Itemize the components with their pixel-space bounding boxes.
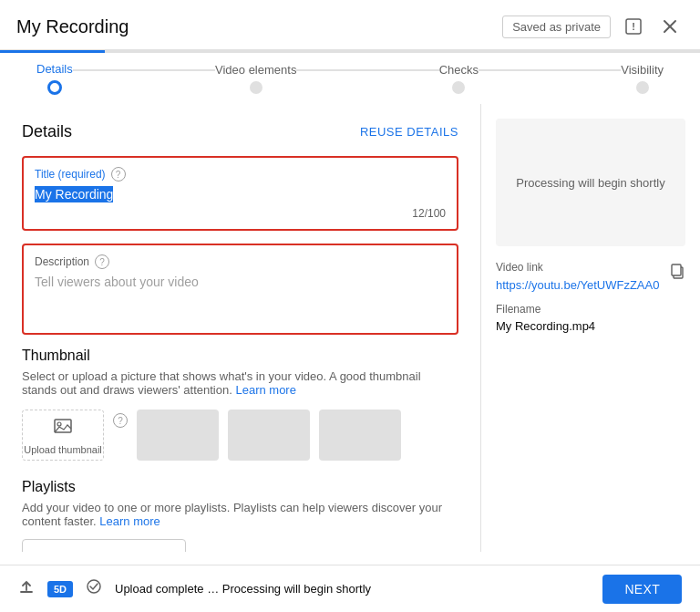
close-button[interactable]	[656, 13, 684, 40]
playlists-select-label: Select	[34, 550, 69, 552]
svg-rect-7	[672, 265, 681, 275]
playlists-title: Playlists	[22, 479, 458, 495]
title-field-label: Title (required) ?	[35, 167, 446, 182]
step-visibility[interactable]: Visibility	[621, 63, 664, 94]
footer: 5D Upload complete … Processing will beg…	[0, 565, 700, 612]
chevron-down-icon: ▾	[166, 547, 174, 552]
upload-icon	[53, 416, 73, 441]
header: My Recording Saved as private !	[0, 0, 700, 50]
playlists-desc: Add your video to one or more playlists.…	[22, 501, 458, 528]
description-field-label: Description ?	[35, 254, 446, 269]
upload-arrow-icon	[18, 578, 35, 599]
title-field-box: Title (required) ? My Recording 12/100	[22, 156, 458, 231]
step-connector-1	[73, 69, 215, 71]
step-video-elements[interactable]: Video elements	[215, 63, 296, 94]
filename-value: My Recording.mp4	[496, 319, 685, 333]
svg-point-9	[88, 580, 100, 593]
copy-icon[interactable]	[669, 263, 685, 283]
video-link-row: Video link https://youtu.be/YetUWFzZAA0	[496, 261, 685, 292]
alert-button[interactable]: !	[620, 13, 647, 40]
processing-preview: Processing will begin shortly	[496, 119, 685, 246]
video-link-label: Video link	[496, 261, 659, 274]
thumbnail-placeholder-1	[137, 410, 219, 461]
step-details-label: Details	[36, 62, 73, 76]
upload-thumbnail-button[interactable]: Upload thumbnail	[22, 410, 104, 461]
description-placeholder[interactable]: Tell viewers about your video	[35, 275, 446, 289]
step-connector-2	[296, 69, 438, 71]
title-char-count: 12/100	[35, 207, 446, 220]
step-checks[interactable]: Checks	[439, 63, 479, 94]
description-help-icon[interactable]: ?	[95, 254, 109, 269]
step-checks-dot	[452, 81, 465, 94]
step-details[interactable]: Details	[36, 62, 73, 95]
svg-point-5	[57, 422, 61, 426]
right-panel: Processing will begin shortly Video link…	[481, 104, 700, 552]
playlists-learn-more-fix[interactable]: Learn more	[99, 514, 160, 528]
thumbnail-help-icon[interactable]: ?	[113, 413, 128, 428]
svg-text:!: !	[632, 21, 635, 32]
left-panel: Details REUSE DETAILS Title (required) ?…	[0, 104, 481, 552]
progress-track	[0, 50, 700, 53]
next-button[interactable]: NEXT	[602, 575, 682, 604]
video-link-section: Video link https://youtu.be/YetUWFzZAA0	[496, 261, 659, 292]
progress-fill	[0, 50, 105, 53]
step-visibility-dot	[636, 81, 649, 94]
page-title: My Recording	[16, 16, 129, 37]
check-icon	[86, 578, 102, 599]
title-value: My Recording	[35, 187, 446, 202]
thumbnail-row: Upload thumbnail ?	[22, 410, 458, 461]
thumbnail-title: Thumbnail	[22, 347, 458, 364]
reuse-details-button[interactable]: REUSE DETAILS	[360, 125, 458, 139]
header-actions: Saved as private !	[502, 13, 684, 40]
video-link[interactable]: https://youtu.be/YetUWFzZAA0	[496, 278, 659, 292]
footer-status: Upload complete … Processing will begin …	[115, 582, 590, 596]
thumbnail-learn-more-fix[interactable]: Learn more	[235, 383, 295, 397]
step-checks-label: Checks	[439, 63, 479, 77]
step-video-elements-label: Video elements	[215, 63, 296, 77]
upload-thumbnail-label: Upload thumbnail	[24, 444, 102, 455]
details-section-header: Details REUSE DETAILS	[22, 122, 458, 141]
details-section-title: Details	[22, 122, 72, 141]
filename-label: Filename	[496, 303, 685, 316]
footer-badge: 5D	[47, 581, 73, 597]
playlists-select[interactable]: Select ▾	[22, 539, 186, 552]
thumbnail-placeholder-2	[228, 410, 310, 461]
title-selected-text: My Recording	[35, 186, 113, 202]
steps-bar: Details Video elements Checks Visibility	[0, 53, 700, 104]
step-details-dot	[47, 80, 62, 95]
title-help-icon[interactable]: ?	[111, 167, 126, 182]
processing-text: Processing will begin shortly	[516, 176, 664, 190]
step-visibility-label: Visibility	[621, 63, 664, 77]
step-connector-3	[479, 69, 621, 71]
thumbnail-placeholder-3	[319, 410, 401, 461]
step-video-elements-dot	[250, 81, 262, 94]
saved-badge: Saved as private	[502, 16, 611, 38]
main-layout: Details REUSE DETAILS Title (required) ?…	[0, 104, 700, 552]
description-field-box: Description ? Tell viewers about your vi…	[22, 244, 458, 335]
thumbnail-desc: Select or upload a picture that shows wh…	[22, 369, 458, 397]
